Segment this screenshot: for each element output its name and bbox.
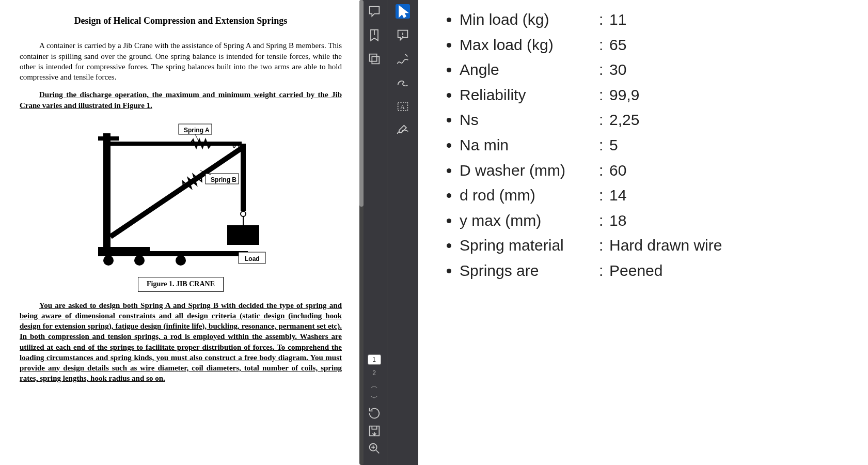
task-paragraph: You are asked to design both Spring A an… [20, 300, 342, 384]
spec-label: D washer (mm) [460, 158, 599, 183]
svg-point-2 [103, 255, 114, 266]
load-label: Load [245, 255, 260, 263]
figure-container: Spring A Spring B θ Load Figure 1. JIB C… [20, 118, 342, 292]
svg-rect-8 [109, 145, 245, 239]
spec-value: Peened [609, 258, 662, 284]
spec-item: Angle: 30 [460, 57, 853, 83]
spec-label: Ns [460, 107, 599, 133]
spec-value: 11 [609, 7, 626, 33]
spec-value: 65 [609, 33, 626, 58]
spec-label: y max (mm) [460, 208, 599, 234]
spec-item: y max (mm): 18 [460, 208, 853, 234]
spec-label: Na min [460, 133, 599, 158]
page-down-icon[interactable]: ﹀ [371, 394, 378, 403]
bookmark-icon[interactable] [367, 28, 382, 42]
spec-item: Min load (kg): 11 [460, 7, 853, 33]
spec-value: 60 [609, 158, 626, 183]
specs-panel: Min load (kg): 11Max load (kg): 65Angle:… [418, 0, 868, 465]
svg-rect-9 [241, 144, 246, 211]
svg-point-10 [241, 211, 246, 216]
spec-label: Max load (kg) [460, 33, 599, 58]
svg-rect-6 [98, 136, 119, 141]
spec-separator: : [599, 83, 609, 108]
spec-item: D washer (mm): 60 [460, 158, 853, 183]
spring-b-label: Spring B [211, 176, 236, 184]
spec-value: 2,25 [609, 107, 639, 133]
spec-item: Max load (kg): 65 [460, 33, 853, 58]
spec-separator: : [599, 158, 609, 183]
spec-item: Spring material: Hard drawn wire [460, 233, 853, 258]
spec-item: Ns: 2,25 [460, 107, 853, 133]
svg-rect-12 [227, 225, 259, 245]
svg-marker-27 [399, 6, 407, 18]
svg-text:A: A [400, 104, 405, 111]
spec-label: Spring material [460, 233, 599, 258]
spec-label: d rod (mm) [460, 183, 599, 208]
emphasis-paragraph-1: During the discharge operation, the maxi… [20, 89, 342, 111]
zoom-in-icon[interactable] [367, 441, 382, 456]
spec-separator: : [599, 233, 609, 258]
spec-value: 99,9 [609, 83, 639, 108]
svg-point-4 [176, 255, 186, 266]
spec-separator: : [599, 208, 609, 234]
spec-value: 30 [609, 57, 626, 83]
spec-value: 18 [609, 208, 626, 234]
spec-item: d rod (mm): 14 [460, 183, 853, 208]
theta-label: θ [232, 141, 236, 150]
spec-separator: : [599, 57, 609, 83]
page-up-icon[interactable]: ︿ [371, 381, 378, 391]
spec-label: Min load (kg) [460, 7, 599, 33]
svg-point-3 [134, 255, 145, 266]
spec-value: Hard drawn wire [609, 233, 722, 258]
page-title: Design of Helical Compression and Extens… [20, 14, 342, 27]
spec-label: Angle [460, 57, 599, 83]
save-icon[interactable] [367, 424, 382, 438]
spec-separator: : [599, 33, 609, 58]
rotate-icon[interactable] [367, 406, 382, 421]
spec-item: Reliability: 99,9 [460, 83, 853, 108]
comment-icon[interactable] [367, 4, 382, 19]
copy-icon[interactable] [367, 52, 382, 66]
spec-value: 14 [609, 183, 626, 208]
svg-line-24 [376, 451, 379, 454]
spec-separator: : [599, 258, 609, 284]
spec-label: Springs are [460, 258, 599, 284]
pdf-scrollbar-track[interactable] [359, 0, 364, 465]
svg-rect-7 [107, 142, 242, 146]
spec-item: Springs are: Peened [460, 258, 853, 284]
erase-icon[interactable] [396, 75, 410, 90]
draw-icon[interactable] [396, 52, 410, 66]
specs-list: Min load (kg): 11Max load (kg): 65Angle:… [434, 7, 853, 284]
svg-line-14 [195, 134, 198, 141]
svg-rect-19 [372, 56, 379, 64]
spec-item: Na min: 5 [460, 133, 853, 158]
spec-label: Reliability [460, 83, 599, 108]
spec-separator: : [599, 183, 609, 208]
spec-value: 5 [609, 133, 618, 158]
svg-rect-20 [369, 54, 376, 61]
pdf-page: Design of Helical Compression and Extens… [0, 0, 361, 465]
svg-rect-0 [98, 251, 248, 256]
text-annotation-icon[interactable]: A [396, 99, 410, 114]
intro-paragraph: A container is carried by a Jib Crane wi… [20, 40, 342, 82]
pdf-scrollbar-thumb[interactable] [359, 0, 364, 207]
spring-a-label: Spring A [184, 126, 210, 134]
jib-crane-figure [83, 118, 279, 273]
spec-separator: : [599, 107, 609, 133]
svg-point-29 [402, 37, 403, 37]
spec-separator: : [599, 7, 609, 33]
cursor-icon[interactable] [396, 4, 410, 19]
spec-separator: : [599, 133, 609, 158]
page-thumb-1[interactable]: 1 [368, 354, 381, 365]
page-thumb-2[interactable]: 2 [368, 368, 381, 378]
figure-caption: Figure 1. JIB CRANE [138, 277, 224, 292]
annotate-comment-icon[interactable] [396, 28, 410, 42]
signature-icon[interactable] [396, 123, 410, 137]
pdf-toolbar: 1 2 ︿ ﹀ A [361, 0, 418, 465]
